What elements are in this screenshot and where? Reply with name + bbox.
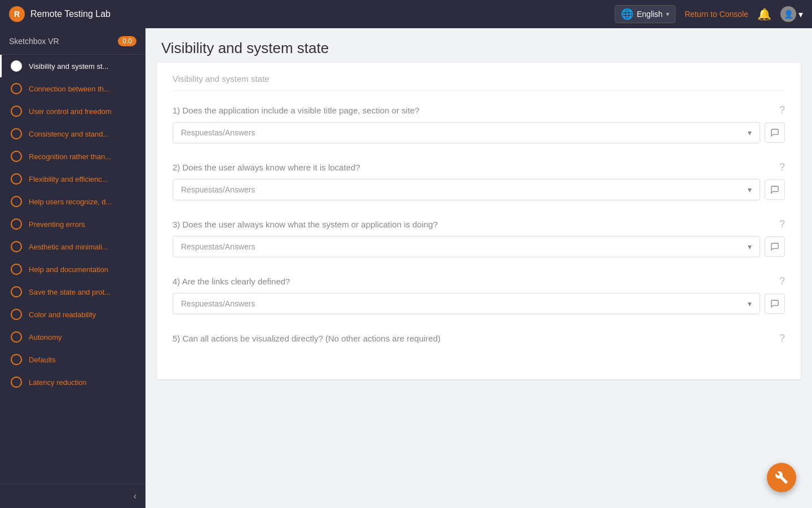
page-header: Visibility and system state bbox=[145, 28, 812, 63]
sidebar-item-2[interactable]: User control and freedom bbox=[0, 100, 145, 122]
sidebar-item-circle-8 bbox=[11, 241, 22, 252]
answer-select-3[interactable]: Respuestas/Answers ▾ bbox=[173, 236, 760, 257]
answer-select-1[interactable]: Respuestas/Answers ▾ bbox=[173, 122, 760, 143]
user-avatar[interactable]: 👤 ▾ bbox=[780, 6, 803, 22]
language-dropdown-arrow: ▾ bbox=[666, 10, 669, 18]
answer-row-2: Respuestas/Answers ▾ bbox=[173, 179, 785, 200]
question-block-3: 3) Does the user always know what the sy… bbox=[173, 218, 785, 257]
sidebar-item-label-13: Defaults bbox=[29, 356, 56, 364]
sidebar-item-14[interactable]: Latency reduction bbox=[0, 371, 145, 393]
sidebar-item-label-2: User control and freedom bbox=[29, 107, 112, 116]
sidebar-item-circle-1 bbox=[11, 83, 22, 94]
language-selector[interactable]: 🌐 English ▾ bbox=[615, 5, 676, 23]
answer-select-4[interactable]: Respuestas/Answers ▾ bbox=[173, 293, 760, 314]
logo-area: R Remote Testing Lab bbox=[9, 6, 615, 22]
sidebar-item-circle-13 bbox=[11, 354, 22, 365]
answer-row-4: Respuestas/Answers ▾ bbox=[173, 293, 785, 314]
sidebar-item-10[interactable]: Save the state and prot... bbox=[0, 281, 145, 303]
sidebar-item-4[interactable]: Recognition rather than... bbox=[0, 145, 145, 168]
sidebar-collapse-button[interactable]: ‹ bbox=[134, 491, 136, 501]
sidebar-item-5[interactable]: Flexibility and efficienc... bbox=[0, 168, 145, 190]
sidebar-item-label-12: Autonomy bbox=[29, 333, 62, 341]
top-navigation: R Remote Testing Lab 🌐 English ▾ Return … bbox=[0, 0, 812, 28]
sidebar-item-6[interactable]: Help users recognize, d... bbox=[0, 190, 145, 213]
sidebar-footer: ‹ bbox=[0, 484, 145, 508]
main-content: Visibility and system state Visibility a… bbox=[145, 28, 812, 508]
sidebar-item-label-0: Visibility and system st... bbox=[29, 62, 108, 71]
sidebar-item-circle-4 bbox=[11, 151, 22, 162]
question-text-2: 2) Does the user always know where it is… bbox=[173, 161, 773, 173]
answer-dropdown-arrow-1: ▾ bbox=[748, 128, 752, 137]
sidebar-item-13[interactable]: Defaults bbox=[0, 348, 145, 371]
help-icon-1[interactable]: ? bbox=[779, 104, 785, 116]
sidebar-item-3[interactable]: Consistency and stand... bbox=[0, 122, 145, 145]
language-label: English bbox=[637, 10, 663, 19]
comment-button-1[interactable] bbox=[765, 122, 785, 143]
question-block-4: 4) Are the links clearly defined? ? Resp… bbox=[173, 275, 785, 314]
content-card: Visibility and system state 1) Does the … bbox=[157, 63, 801, 379]
question-block-2: 2) Does the user always know where it is… bbox=[173, 161, 785, 200]
comment-button-2[interactable] bbox=[765, 179, 785, 200]
answer-row-3: Respuestas/Answers ▾ bbox=[173, 236, 785, 257]
comment-button-4[interactable] bbox=[765, 294, 785, 314]
sidebar-item-label-3: Consistency and stand... bbox=[29, 130, 109, 138]
question-text-1: 1) Does the application include a visibl… bbox=[173, 104, 773, 116]
answer-select-text-4: Respuestas/Answers bbox=[181, 299, 748, 308]
sidebar-item-11[interactable]: Color and readability bbox=[0, 303, 145, 326]
comment-button-3[interactable] bbox=[765, 237, 785, 257]
sidebar-item-label-9: Help and documentation bbox=[29, 265, 108, 274]
project-name: Sketchbox VR bbox=[9, 37, 59, 46]
sidebar-item-circle-7 bbox=[11, 218, 22, 230]
fab-button[interactable] bbox=[767, 463, 796, 492]
sidebar-item-label-1: Connection between th... bbox=[29, 85, 110, 93]
sidebar-item-0[interactable]: Visibility and system st... bbox=[0, 55, 145, 77]
wrench-icon bbox=[775, 471, 788, 484]
question-row-4: 4) Are the links clearly defined? ? bbox=[173, 275, 785, 287]
sidebar-item-label-10: Save the state and prot... bbox=[29, 288, 111, 296]
questions-container: 1) Does the application include a visibl… bbox=[173, 104, 785, 344]
sidebar-item-circle-5 bbox=[11, 173, 22, 185]
sidebar-item-circle-11 bbox=[11, 309, 22, 320]
comment-icon-3 bbox=[770, 242, 779, 251]
comment-icon-1 bbox=[770, 128, 779, 137]
sidebar-item-circle-10 bbox=[11, 286, 22, 297]
avatar-circle: 👤 bbox=[780, 6, 796, 22]
sidebar-item-label-5: Flexibility and efficienc... bbox=[29, 175, 108, 183]
translate-icon: 🌐 bbox=[621, 8, 633, 20]
page-title: Visibility and system state bbox=[161, 40, 796, 57]
version-badge: 0.0 bbox=[118, 36, 136, 46]
sidebar-item-12[interactable]: Autonomy bbox=[0, 326, 145, 348]
answer-select-2[interactable]: Respuestas/Answers ▾ bbox=[173, 179, 760, 200]
sidebar: Sketchbox VR 0.0 Visibility and system s… bbox=[0, 28, 145, 508]
nav-right: 🌐 English ▾ Return to Console 🔔 👤 ▾ bbox=[615, 5, 803, 23]
main-layout: Sketchbox VR 0.0 Visibility and system s… bbox=[0, 28, 812, 508]
sidebar-item-label-7: Preventing errors bbox=[29, 220, 85, 229]
return-to-console-link[interactable]: Return to Console bbox=[685, 10, 748, 19]
sidebar-item-circle-2 bbox=[11, 106, 22, 117]
sidebar-item-1[interactable]: Connection between th... bbox=[0, 77, 145, 100]
help-icon-5[interactable]: ? bbox=[779, 332, 785, 344]
sidebar-item-label-8: Aesthetic and minimali... bbox=[29, 243, 108, 251]
sidebar-item-8[interactable]: Aesthetic and minimali... bbox=[0, 235, 145, 258]
answer-dropdown-arrow-2: ▾ bbox=[748, 185, 752, 194]
question-block-5: 5) Can all actions be visualized directl… bbox=[173, 332, 785, 344]
sidebar-item-9[interactable]: Help and documentation bbox=[0, 258, 145, 281]
question-block-1: 1) Does the application include a visibl… bbox=[173, 104, 785, 143]
help-icon-2[interactable]: ? bbox=[779, 161, 785, 173]
notifications-bell-icon[interactable]: 🔔 bbox=[757, 7, 771, 21]
answer-row-1: Respuestas/Answers ▾ bbox=[173, 122, 785, 143]
answer-select-text-1: Respuestas/Answers bbox=[181, 128, 748, 137]
sidebar-header: Sketchbox VR 0.0 bbox=[0, 28, 145, 55]
question-row-3: 3) Does the user always know what the sy… bbox=[173, 218, 785, 230]
answer-dropdown-arrow-3: ▾ bbox=[748, 242, 752, 251]
sidebar-item-circle-3 bbox=[11, 128, 22, 139]
help-icon-3[interactable]: ? bbox=[779, 218, 785, 230]
sidebar-items-list: Visibility and system st... Connection b… bbox=[0, 55, 145, 484]
sidebar-item-circle-9 bbox=[11, 264, 22, 275]
sidebar-item-circle-6 bbox=[11, 196, 22, 207]
sidebar-item-label-11: Color and readability bbox=[29, 310, 96, 319]
help-icon-4[interactable]: ? bbox=[779, 275, 785, 287]
sidebar-item-label-4: Recognition rather than... bbox=[29, 152, 111, 161]
app-logo: R bbox=[9, 6, 25, 22]
sidebar-item-7[interactable]: Preventing errors bbox=[0, 213, 145, 235]
